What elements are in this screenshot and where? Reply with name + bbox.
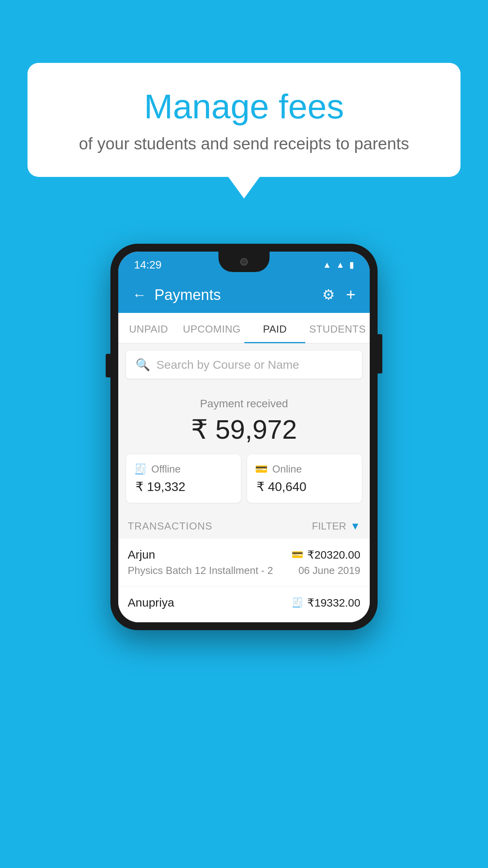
offline-icon: 🧾 [134, 463, 147, 475]
transaction-list: Arjun 💳 ₹20320.00 Physics Batch 12 Insta… [118, 539, 370, 622]
add-button[interactable]: + [346, 285, 356, 304]
status-icons: ▲ ▲ ▮ [323, 260, 354, 270]
phone-body: 14:29 ▲ ▲ ▮ ← Payments ⚙ [110, 244, 378, 630]
back-button[interactable]: ← [132, 287, 147, 303]
app-bar-title: Payments [154, 287, 221, 303]
offline-card-header: 🧾 Offline [134, 463, 233, 475]
online-card: 💳 Online ₹ 40,640 [247, 454, 362, 503]
speech-bubble-container: Manage fees of your students and send re… [28, 63, 460, 199]
transaction-row1: Anupriya 🧾 ₹19332.00 [128, 596, 360, 609]
transaction-name: Arjun [128, 548, 155, 561]
speech-bubble-title: Manage fees [51, 86, 437, 127]
settings-button[interactable]: ⚙ [322, 287, 335, 303]
tab-paid[interactable]: PAID [244, 313, 305, 343]
search-input[interactable]: Search by Course or Name [156, 358, 299, 371]
transaction-name: Anupriya [128, 596, 174, 609]
payment-cards: 🧾 Offline ₹ 19,332 💳 Online ₹ 40,640 [126, 454, 362, 503]
filter-button[interactable]: FILTER ▼ [312, 520, 360, 532]
transaction-amount: ₹19332.00 [307, 596, 360, 609]
phone: 14:29 ▲ ▲ ▮ ← Payments ⚙ [110, 244, 378, 630]
transaction-desc: Physics Batch 12 Installment - 2 [128, 565, 273, 577]
camera [240, 258, 248, 266]
notch [218, 252, 270, 272]
speech-bubble-subtitle: of your students and send receipts to pa… [51, 134, 437, 153]
payment-summary: Payment received ₹ 59,972 🧾 Offline ₹ 19… [118, 386, 370, 512]
offline-label: Offline [151, 463, 181, 475]
app-bar: ← Payments ⚙ + [118, 277, 370, 313]
tab-unpaid[interactable]: UNPAID [118, 313, 179, 343]
transaction-amount: ₹20320.00 [307, 548, 360, 561]
search-bar-wrapper: 🔍 Search by Course or Name [118, 344, 370, 386]
offline-amount: ₹ 19,332 [134, 479, 233, 494]
search-icon: 🔍 [136, 358, 150, 371]
online-card-header: 💳 Online [255, 463, 354, 475]
cash-icon: 🧾 [292, 597, 303, 608]
tab-upcoming[interactable]: UPCOMING [179, 313, 244, 343]
transaction-row1: Arjun 💳 ₹20320.00 [128, 548, 360, 561]
signal-icon: ▲ [336, 260, 345, 270]
filter-icon: ▼ [350, 520, 360, 532]
transaction-amount-wrapper: 💳 ₹20320.00 [292, 548, 360, 561]
card-icon: 💳 [292, 549, 303, 560]
transaction-amount-wrapper: 🧾 ₹19332.00 [292, 596, 360, 609]
tab-students[interactable]: STUDENTS [305, 313, 370, 343]
online-icon: 💳 [255, 463, 268, 475]
speech-bubble: Manage fees of your students and send re… [28, 63, 460, 177]
online-amount: ₹ 40,640 [255, 479, 354, 494]
wifi-icon: ▲ [323, 260, 331, 270]
transaction-date: 06 June 2019 [298, 565, 360, 577]
speech-bubble-arrow [228, 177, 260, 199]
tab-bar: UNPAID UPCOMING PAID STUDENTS [118, 313, 370, 344]
payment-total-amount: ₹ 59,972 [126, 414, 362, 445]
status-time: 14:29 [134, 259, 161, 271]
transactions-label: TRANSACTIONS [128, 520, 213, 532]
phone-screen: 14:29 ▲ ▲ ▮ ← Payments ⚙ [118, 252, 370, 622]
filter-label: FILTER [312, 520, 347, 532]
transactions-header: TRANSACTIONS FILTER ▼ [118, 512, 370, 539]
table-row[interactable]: Arjun 💳 ₹20320.00 Physics Batch 12 Insta… [118, 539, 370, 587]
search-bar[interactable]: 🔍 Search by Course or Name [126, 351, 362, 379]
table-row[interactable]: Anupriya 🧾 ₹19332.00 [118, 587, 370, 622]
payment-received-label: Payment received [126, 397, 362, 410]
offline-card: 🧾 Offline ₹ 19,332 [126, 454, 241, 503]
transaction-row2: Physics Batch 12 Installment - 2 06 June… [128, 565, 360, 577]
battery-icon: ▮ [349, 260, 354, 270]
app-bar-left: ← Payments [132, 287, 221, 303]
app-bar-right: ⚙ + [322, 285, 356, 304]
online-label: Online [272, 463, 302, 475]
